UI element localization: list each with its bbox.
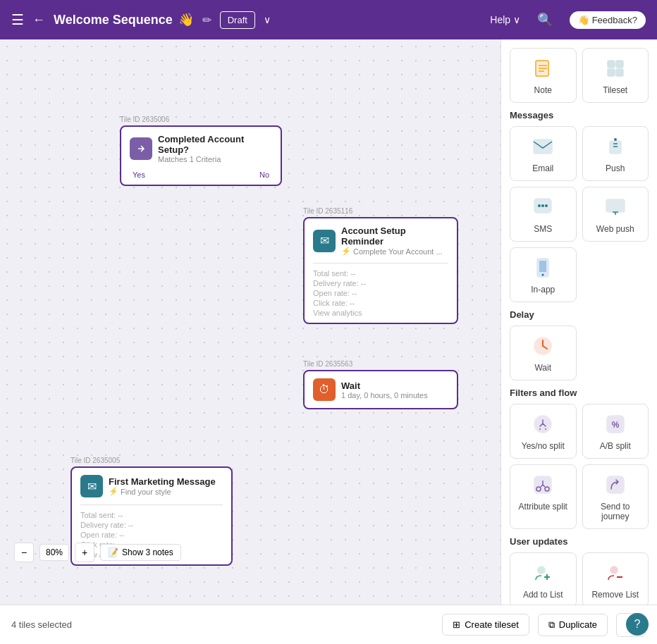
- panel-item-in-app[interactable]: In-app: [510, 247, 577, 302]
- svg-rect-26: [606, 199, 625, 212]
- svg-rect-31: [539, 261, 546, 272]
- panel-item-note[interactable]: Note: [510, 48, 577, 103]
- panel-item-wait[interactable]: Wait: [510, 326, 577, 380]
- menu-icon[interactable]: ☰: [11, 11, 24, 28]
- decision-branches: Yes No: [121, 171, 281, 185]
- zoom-in-button[interactable]: +: [75, 543, 94, 562]
- svg-rect-13: [608, 61, 615, 68]
- send-to-journey-label: Send to journey: [590, 502, 641, 521]
- email-node[interactable]: ✉ Account Setup Reminder ⚡ Complete Your…: [303, 217, 458, 324]
- panel-item-ab-split[interactable]: % A/B split: [582, 404, 649, 459]
- flow-canvas[interactable]: Tile ID 2635006 Completed Account Setup?…: [0, 39, 501, 605]
- decision-node-wrapper: Tile ID 2635006 Completed Account Setup?…: [120, 116, 169, 125]
- wait-tile-id: Tile ID 2635563: [303, 360, 352, 368]
- back-icon[interactable]: ←: [32, 13, 45, 27]
- add-to-list-icon: [530, 560, 555, 586]
- wait-panel-icon: [530, 333, 555, 359]
- chevron-icon[interactable]: ∨: [264, 14, 271, 25]
- send-to-journey-icon: [603, 472, 628, 497]
- search-icon[interactable]: 🔍: [537, 12, 553, 27]
- attribute-split-label: Attribute split: [519, 502, 567, 512]
- branch-no-label: No: [259, 171, 269, 179]
- wait-icon: ⏱: [313, 378, 336, 401]
- tileset-icon: [603, 56, 628, 81]
- first-email-tile-id: Tile ID 2635005: [70, 457, 120, 464]
- decision-tile-id: Tile ID 2635006: [120, 116, 169, 123]
- messages-panel-grid: Email Push: [510, 126, 649, 302]
- svg-text:%: %: [611, 420, 619, 430]
- first-email-text: First Marketing Message ⚡ Find your styl…: [109, 476, 216, 496]
- svg-point-47: [538, 566, 545, 574]
- draft-button[interactable]: Draft: [220, 11, 255, 29]
- panel-item-web-push[interactable]: Web push: [582, 187, 649, 242]
- panel-item-push[interactable]: Push: [582, 126, 649, 181]
- filters-section-title: Filters and flow: [510, 388, 649, 398]
- remove-list-label: Remove List: [591, 590, 639, 600]
- filters-panel-grid: Yes/no split % A/B split: [510, 404, 649, 529]
- show-notes-button[interactable]: 📝 Show 3 notes: [100, 544, 181, 561]
- panel-item-add-to-list[interactable]: Add to List: [510, 552, 577, 605]
- web-push-icon: [603, 194, 628, 220]
- svg-rect-16: [616, 69, 623, 76]
- email-tile-id: Tile ID 2635116: [303, 207, 352, 215]
- svg-rect-15: [608, 69, 615, 76]
- email-node-header: ✉ Account Setup Reminder ⚡ Complete Your…: [305, 218, 457, 263]
- svg-rect-46: [607, 476, 624, 493]
- in-app-label: In-app: [531, 285, 555, 295]
- decision-node[interactable]: Completed Account Setup? Matches 1 Crite…: [120, 125, 282, 186]
- tiles-selected-label: 4 tiles selected: [11, 619, 434, 630]
- top-panel-grid: Note Tileset: [510, 48, 649, 103]
- main-content: Tile ID 2635006 Completed Account Setup?…: [0, 39, 657, 605]
- duplicate-button[interactable]: ⧉ Duplicate: [538, 614, 608, 636]
- svg-rect-14: [616, 61, 623, 68]
- yes-no-split-icon: [530, 411, 555, 437]
- panel-item-yes-no-split[interactable]: Yes/no split: [510, 404, 577, 459]
- note-icon: [530, 56, 555, 81]
- delay-section-title: Delay: [510, 309, 649, 320]
- svg-point-50: [610, 566, 618, 574]
- notes-icon: 📝: [108, 547, 118, 557]
- decision-header: Completed Account Setup? Matches 1 Crite…: [121, 127, 281, 171]
- first-email-node-wrapper: Tile ID 2635005 ✉ First Marketing Messag…: [70, 457, 120, 466]
- wait-node[interactable]: ⏱ Wait 1 day, 0 hours, 0 minutes: [303, 370, 458, 409]
- ab-split-icon: %: [603, 411, 628, 437]
- duplicate-icon: ⧉: [548, 619, 555, 631]
- create-tileset-button[interactable]: ⊞ Create tileset: [442, 614, 529, 636]
- zoom-out-button[interactable]: −: [14, 543, 34, 562]
- svg-rect-17: [534, 140, 552, 154]
- svg-point-24: [541, 204, 544, 207]
- email-icon: ✉: [313, 230, 336, 252]
- zoom-level: 80%: [39, 544, 69, 561]
- email-panel-label: Email: [532, 163, 553, 173]
- feedback-button[interactable]: 👋 Feedback?: [570, 11, 646, 29]
- bottom-toolbar: − 80% + 📝 Show 3 notes: [14, 543, 181, 562]
- panel-item-tileset[interactable]: Tileset: [582, 48, 649, 103]
- sms-label: SMS: [534, 224, 552, 234]
- svg-point-25: [545, 204, 548, 207]
- decision-icon: [130, 137, 152, 160]
- wait-text: Wait 1 day, 0 hours, 0 minutes: [341, 380, 428, 400]
- panel-item-email[interactable]: Email: [510, 126, 577, 181]
- panel-item-sms[interactable]: SMS: [510, 187, 577, 242]
- wait-panel-label: Wait: [534, 363, 551, 373]
- delay-panel-grid: Wait: [510, 326, 649, 380]
- panel-item-attribute-split[interactable]: Attribute split: [510, 464, 577, 529]
- email-panel-icon: [530, 134, 555, 159]
- push-label: Push: [606, 163, 625, 173]
- svg-point-23: [538, 204, 541, 207]
- yes-no-split-label: Yes/no split: [522, 441, 565, 451]
- svg-point-21: [614, 138, 617, 141]
- edit-icon[interactable]: ✏: [202, 13, 211, 27]
- help-menu[interactable]: Help ∨: [490, 14, 520, 25]
- panel-item-remove-list[interactable]: Remove List: [582, 552, 649, 605]
- wait-node-wrapper: Tile ID 2635563 ⏱ Wait 1 day, 0 hours, 0…: [303, 360, 352, 370]
- panel-item-send-to-journey[interactable]: Send to journey: [582, 464, 649, 529]
- attribute-split-icon: [530, 472, 555, 497]
- email-view-analytics[interactable]: View analytics: [313, 309, 448, 317]
- first-email-header: ✉ First Marketing Message ⚡ Find your st…: [72, 468, 231, 504]
- web-push-label: Web push: [596, 224, 634, 234]
- tileset-label: Tileset: [603, 85, 627, 95]
- in-app-icon: [530, 255, 555, 280]
- email-node-wrapper: Tile ID 2635116 ✉ Account Setup Reminder…: [303, 207, 352, 217]
- create-tileset-icon: ⊞: [453, 619, 460, 630]
